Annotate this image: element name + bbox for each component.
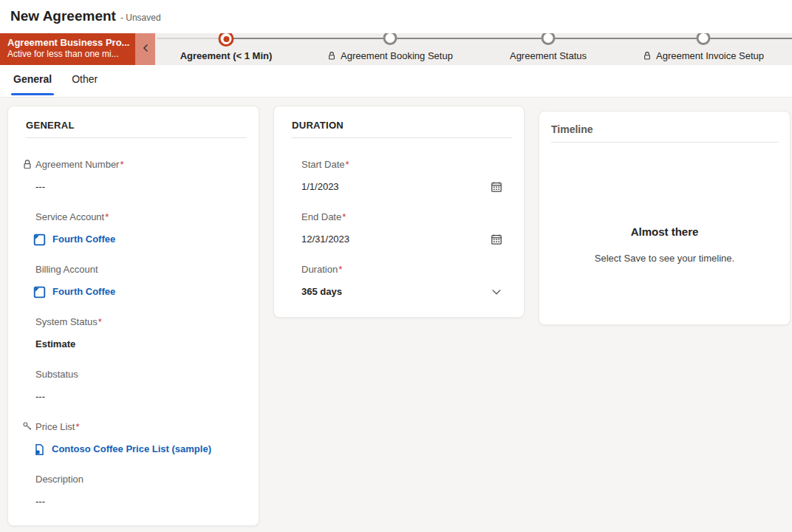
timeline-card-title: Timeline [551,123,778,135]
duration-card-title: DURATION [292,120,512,131]
date-value-row: 1/1/2023 [301,180,512,194]
calendar-icon[interactable] [491,233,502,245]
lookup-value: Contoso Coffee Price List (sample) [33,442,247,457]
field-value: Estimate [35,337,247,352]
field-value[interactable]: 1/1/2023 [301,180,339,194]
general-card: GENERAL Agreement Number* --- Service Ac… [7,106,259,526]
field-value: --- [35,180,247,194]
lock-icon [22,159,33,170]
field-price-list[interactable]: Price List* Contoso Coffee Price List (s… [35,420,247,457]
lock-icon [643,51,652,63]
date-value-row: 12/31/2023 [301,232,512,247]
form-content: GENERAL Agreement Number* --- Service Ac… [0,98,792,532]
chevron-down-icon[interactable] [491,286,502,298]
field-label: Agreement Number* [35,157,247,172]
field-label: System Status* [35,315,247,330]
timeline-empty-state: Almost there Select Save to see your tim… [539,225,790,264]
general-fields: Agreement Number* --- Service Account* F… [8,138,259,509]
dropdown-value-row: 365 days [301,284,512,299]
field-substatus[interactable]: Substatus --- [35,367,247,404]
field-label: End Date* [301,210,512,225]
field-billing-account[interactable]: Billing Account Fourth Coffee [35,262,247,299]
timeline-card: Timeline Almost there Select Save to see… [539,111,791,325]
required-marker: * [338,264,342,275]
lock-icon [327,51,336,63]
bpf-stage-invoice-setup[interactable]: Agreement Invoice Setup [593,33,792,63]
field-start-date[interactable]: Start Date* 1/1/2023 [301,157,512,194]
page-header: New Agreement- Unsaved [0,0,792,33]
required-marker: * [346,159,349,170]
field-label: Billing Account [35,262,247,277]
field-system-status[interactable]: System Status* Estimate [35,315,247,352]
required-marker: * [342,211,346,222]
tab-other[interactable]: Other [69,65,100,97]
lookup-link[interactable]: Contoso Coffee Price List (sample) [52,442,211,457]
lookup-link[interactable]: Fourth Coffee [52,284,115,299]
lookup-value: Fourth Coffee [33,284,247,299]
field-label: Start Date* [301,157,512,172]
lookup-link[interactable]: Fourth Coffee [52,232,115,247]
stage-label: Agreement Invoice Setup [593,33,792,63]
required-marker: * [98,316,102,327]
divider [551,142,778,143]
field-description[interactable]: Description --- [35,472,247,509]
field-value: --- [35,389,247,404]
calendar-icon[interactable] [491,181,502,193]
field-label: Description [35,472,247,487]
field-label: Duration* [301,262,512,277]
page-title: New Agreement [10,8,116,24]
field-duration[interactable]: Duration* 365 days [301,262,512,299]
field-label: Service Account* [35,210,247,225]
timeline-empty-title: Almost there [539,225,790,238]
price-list-icon [33,443,45,456]
business-process-flow: Agreement Business Pro... Active for les… [0,33,792,65]
field-value[interactable]: 12/31/2023 [301,232,349,247]
field-label: Price List* [35,420,247,434]
field-service-account[interactable]: Service Account* Fourth Coffee [35,210,247,247]
duration-fields: Start Date* 1/1/2023 End Date* 12/31/202… [274,138,524,299]
field-agreement-number[interactable]: Agreement Number* --- [35,157,247,194]
required-marker: * [120,159,123,170]
field-value[interactable]: 365 days [301,284,342,299]
account-icon [33,233,46,246]
form-tabs: General Other [0,65,792,98]
field-value: --- [35,494,247,509]
tab-general[interactable]: General [11,65,54,97]
general-card-title: GENERAL [26,120,247,131]
lookup-value: Fourth Coffee [33,232,247,247]
field-end-date[interactable]: End Date* 12/31/2023 [301,210,512,247]
unsaved-status: - Unsaved [120,13,161,23]
account-icon [33,286,46,299]
timeline-empty-message: Select Save to see your timeline. [539,253,790,264]
required-marker: * [105,211,109,222]
required-marker: * [75,421,79,432]
field-label: Substatus [35,367,247,382]
key-icon [22,421,33,432]
duration-card: DURATION Start Date* 1/1/2023 End Date* … [273,106,525,318]
